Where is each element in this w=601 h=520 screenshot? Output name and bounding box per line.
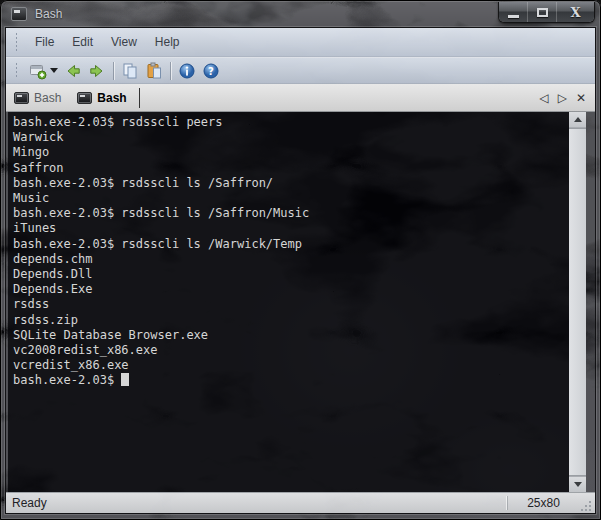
toolbar-separator (170, 62, 171, 80)
scrollbar-thumb[interactable] (569, 128, 586, 476)
terminal-line: bash.exe-2.03$ rsdsscli ls /Warwick/Temp (13, 237, 569, 252)
scroll-up-icon (574, 117, 582, 122)
console-tab-icon (14, 92, 29, 104)
terminal-line: SQLite Database Browser.exe (13, 328, 569, 343)
terminal-line: Music (13, 191, 569, 206)
terminal-scrollbar[interactable] (569, 112, 586, 492)
minimize-button[interactable] (499, 2, 528, 22)
svg-text:?: ? (208, 66, 214, 77)
terminal-line: Saffron (13, 161, 569, 176)
terminal-cursor (121, 373, 129, 386)
toolbar-grip[interactable] (15, 62, 18, 80)
scroll-tab-left-icon[interactable]: ◁ (539, 92, 548, 104)
maximize-icon (537, 8, 548, 17)
terminal-size-indicator: 25x80 (507, 496, 579, 510)
two-pages-icon (121, 62, 139, 80)
terminal-line: iTunes (13, 221, 569, 236)
tab-bar: Bash Bash ◁ ▷ ✕ (6, 84, 595, 112)
window-controls: X (498, 2, 595, 23)
scroll-down-icon (574, 482, 582, 487)
scroll-down-button[interactable] (569, 476, 586, 492)
terminal-line: vc2008redist_x86.exe (13, 343, 569, 358)
terminal-line: bash.exe-2.03$ rsdsscli ls /Saffron/ (13, 176, 569, 191)
terminal-line: depends.chm (13, 252, 569, 267)
toolbar-separator (113, 62, 114, 80)
blue-question-circle-icon: ? (202, 62, 220, 80)
console-tab-icon (77, 92, 92, 104)
clipboard-page-icon (145, 62, 163, 80)
tab-bash-2-active[interactable]: Bash (69, 87, 134, 109)
green-arrow-left-icon (64, 62, 82, 80)
terminal-prompt: bash.exe-2.03$ (13, 373, 121, 387)
help-button[interactable]: ? (200, 60, 222, 82)
new-console-dropdown-icon[interactable] (50, 68, 58, 73)
tab-separator (139, 88, 140, 108)
status-text: Ready (6, 496, 47, 510)
green-arrow-right-icon (88, 62, 106, 80)
menu-items: FileEditViewHelp (26, 32, 189, 52)
menu-item-view[interactable]: View (102, 32, 146, 52)
terminal-line: Warwick (13, 130, 569, 145)
menu-item-file[interactable]: File (26, 32, 63, 52)
about-button[interactable] (176, 60, 198, 82)
status-bar: Ready 25x80 (6, 492, 595, 513)
terminal-prompt-line: bash.exe-2.03$ (13, 373, 569, 388)
paste-button[interactable] (143, 60, 165, 82)
resize-grip[interactable] (579, 499, 593, 513)
terminal-line: rsdss (13, 297, 569, 312)
terminal-line: Depends.Dll (13, 267, 569, 282)
terminal-line: bash.exe-2.03$ rsdsscli ls /Saffron/Musi… (13, 206, 569, 221)
close-tab-icon[interactable]: ✕ (576, 92, 586, 104)
tab-label: Bash (97, 91, 126, 105)
terminal-line: Depends.Exe (13, 282, 569, 297)
console-app-icon (11, 7, 27, 21)
scroll-tab-right-icon[interactable]: ▷ (558, 92, 567, 104)
minimize-icon (508, 15, 519, 18)
copy-button[interactable] (119, 60, 141, 82)
menu-bar: FileEditViewHelp (6, 28, 595, 57)
terminal-screen[interactable]: bash.exe-2.03$ rsdsscli peersWarwickMing… (8, 112, 569, 492)
close-button[interactable]: X (557, 2, 594, 22)
blue-info-circle-icon (178, 62, 196, 80)
menu-item-help[interactable]: Help (146, 32, 189, 52)
maximize-button[interactable] (528, 2, 557, 22)
close-icon: X (570, 6, 580, 19)
terminal-line: vcredist_x86.exe (13, 358, 569, 373)
terminal-line: rsdss.zip (13, 313, 569, 328)
menu-item-edit[interactable]: Edit (63, 32, 102, 52)
terminal-output: bash.exe-2.03$ rsdsscli peersWarwickMing… (13, 115, 569, 373)
terminal-line: Mingo (13, 145, 569, 160)
toolbar: ? (6, 57, 595, 84)
tab-bash-1[interactable]: Bash (6, 87, 69, 109)
menubar-grip[interactable] (15, 32, 18, 52)
tab-scroll-controls: ◁ ▷ ✕ (539, 92, 595, 104)
new-console-button[interactable] (27, 60, 49, 82)
window-plus-icon (29, 62, 47, 80)
terminal-line: bash.exe-2.03$ rsdsscli peers (13, 115, 569, 130)
previous-tab-button[interactable] (62, 60, 84, 82)
title-bar[interactable]: Bash X (0, 0, 601, 28)
next-tab-button[interactable] (86, 60, 108, 82)
console-window: Bash X FileEditViewHelp (0, 0, 601, 520)
tab-label: Bash (34, 91, 61, 105)
window-title: Bash (35, 7, 62, 21)
scroll-up-button[interactable] (569, 112, 586, 128)
